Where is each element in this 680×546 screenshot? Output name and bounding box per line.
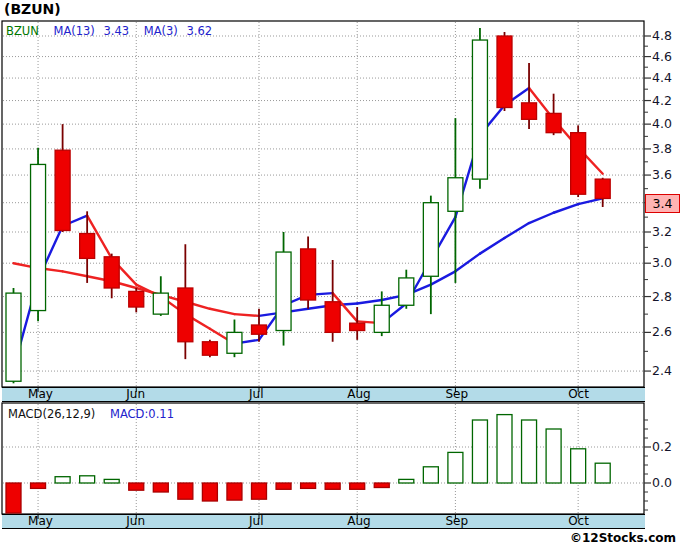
ma13-line-segment [63,271,88,276]
ma3-line-segment [136,285,161,297]
month-label: Jul [249,388,263,401]
candlestick-up [448,178,463,212]
ma3-line-segment [185,314,210,329]
macd-bar-positive [595,463,610,483]
ma3-line-segment [210,329,235,344]
candlestick-up [374,305,389,332]
ma13-line-segment [455,254,480,272]
candlestick-down [522,103,537,119]
ma3-line-segment [455,135,480,217]
month-label: May [28,515,53,528]
macd-bar-negative [325,483,340,489]
candlestick-up [399,278,414,305]
candlestick-down [129,291,144,307]
candlestick-down [55,150,70,230]
ma13-line-segment [308,305,333,309]
ma13-line-segment [38,268,63,271]
ma3-line-segment [87,216,112,259]
month-label: Oct [568,388,589,401]
legend-ma3-value: 3.62 [187,24,213,38]
macd-axis-label: 0.2 [652,439,672,454]
ma13-line-segment [406,285,431,295]
candlestick-up [276,252,291,330]
macd-bar-positive [522,420,537,483]
macd-bar-negative [276,483,291,489]
macd-bar-negative [301,483,316,488]
ma13-line-segment [357,300,382,303]
ma13-line-segment [234,314,259,316]
macd-bar-positive [497,415,512,483]
ma3-line-segment [382,304,407,324]
month-label: Jul [249,515,263,528]
ma3-line-segment [112,258,137,284]
ma3-line-segment [38,226,63,280]
macd-bar-positive [571,449,586,483]
ma13-line-segment [431,271,456,284]
ma13-line-segment [505,223,530,238]
candlestick-up [31,164,46,310]
ma13-line-segment [87,276,112,281]
ma13-line-segment [529,213,554,223]
macd-bar-negative [129,483,144,490]
ma3-line-segment [406,260,431,304]
month-axis-band-price: MayJunJulAugSepOct [2,387,645,402]
macd-axis-label: 0.0 [652,475,672,490]
month-label: Aug [347,515,370,528]
macd-bar-negative [374,483,389,488]
macd-bar-negative [178,483,193,499]
candlestick-down [325,302,340,333]
ma13-line-segment [578,198,603,204]
price-pane-border [2,21,644,387]
legend-ma13-label: MA(13) [53,24,94,38]
ma13-line-segment [210,309,235,314]
macd-bar-positive [423,467,438,483]
macd-bar-negative [31,483,46,488]
price-legend: BZUN MA(13) 3.43 MA(3) 3.62 [6,24,212,38]
ma3-line-segment [578,148,603,174]
ma13-line-segment [161,295,186,302]
stock-chart-window: (BZUN) MayJunJulAugSepOct MayJunJulAugSe… [0,0,680,546]
macd-value-label: MACD:0.11 [110,407,174,421]
candlestick-up [423,203,438,277]
ma3-line-segment [333,293,358,321]
macd-bar-positive [472,420,487,483]
candlestick-down [252,325,267,334]
ma3-line-segment [284,295,309,305]
candlestick-down [595,179,610,198]
macd-bar-negative [350,483,365,489]
ma13-line-segment [333,304,358,306]
ma13-line-segment [185,302,210,309]
candlestick-up [153,293,168,314]
ma3-line-segment [554,119,579,147]
ma13-line-segment [554,204,579,213]
chart-canvas [0,0,680,546]
candlestick-up [472,40,487,179]
legend-ma13-value: 3.43 [104,24,130,38]
ma3-line-segment [308,293,333,295]
ma3-line-segment [357,321,382,323]
candlestick-down [80,234,95,259]
macd-params-label: MACD(26,12,9) [8,407,95,421]
watermark-credit: ©12Stocks.com [570,531,676,545]
candlestick-down [202,342,217,355]
month-label: Sep [445,515,468,528]
ma13-line-segment [480,238,505,254]
ma13-line-segment [382,295,407,300]
macd-bar-positive [448,452,463,483]
month-label: Jun [126,515,145,528]
candlestick-down [350,323,365,330]
macd-bar-negative [252,483,267,499]
month-label: Jun [126,388,145,401]
ma3-line-segment [431,217,456,260]
month-label: Aug [347,388,370,401]
page-title: (BZUN) [4,1,61,17]
macd-bar-negative [202,483,217,501]
ma3-line-segment [480,105,505,135]
macd-axis-labels: 0.20.0 [652,0,680,546]
ma13-line-segment [284,309,309,313]
macd-bar-positive [80,476,95,483]
macd-bar-negative [6,483,21,513]
candlestick-down [301,249,316,300]
last-price-tag: 3.4 [645,194,680,213]
macd-bar-positive [104,479,119,483]
